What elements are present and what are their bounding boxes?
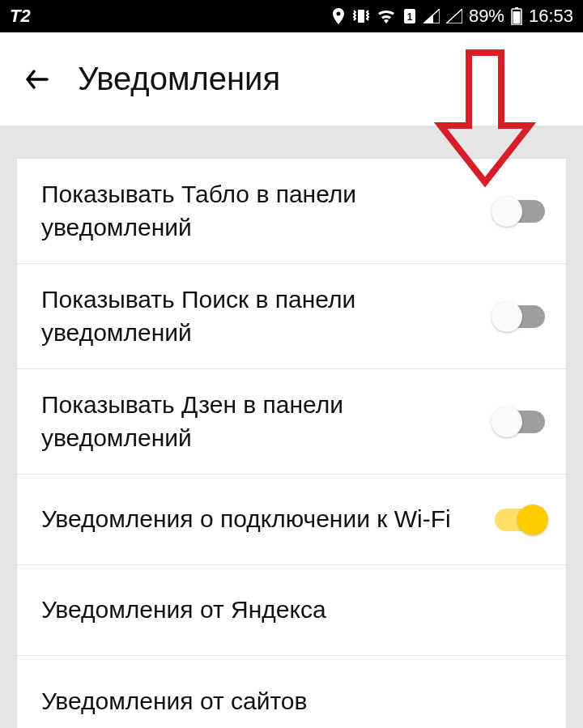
toggle-tablo[interactable] bbox=[495, 200, 545, 223]
setting-label: Уведомления о подключении к Wi-Fi bbox=[41, 503, 495, 536]
vibrate-icon bbox=[352, 8, 370, 24]
setting-label: Уведомления от Яндекса bbox=[41, 594, 545, 627]
sim-icon: 1 bbox=[402, 7, 417, 25]
setting-label: Уведомления от сайтов bbox=[41, 685, 545, 718]
svg-text:1: 1 bbox=[407, 11, 413, 23]
setting-row-wifi[interactable]: Уведомления о подключении к Wi-Fi bbox=[17, 475, 566, 565]
settings-card: Показывать Табло в панели уведомлений По… bbox=[16, 158, 567, 728]
status-bar: T2 1 89% 16:53 bbox=[0, 0, 583, 32]
status-time: 16:53 bbox=[529, 6, 573, 27]
status-carrier: T2 bbox=[10, 6, 31, 27]
toggle-search[interactable] bbox=[495, 305, 545, 328]
toggle-wifi[interactable] bbox=[495, 509, 545, 531]
signal-icon-2 bbox=[446, 9, 462, 23]
setting-row-sites[interactable]: Уведомления от сайтов bbox=[17, 656, 566, 728]
setting-row-yandex[interactable]: Уведомления от Яндекса bbox=[17, 565, 566, 656]
svg-rect-0 bbox=[358, 10, 364, 23]
setting-row-search[interactable]: Показывать Поиск в панели уведомлений bbox=[17, 264, 566, 369]
setting-label: Показывать Поиск в панели уведомлений bbox=[41, 283, 495, 349]
content-area: Показывать Табло в панели уведомлений По… bbox=[0, 126, 583, 728]
app-header: Уведомления bbox=[0, 32, 583, 126]
setting-label: Показывать Табло в панели уведомлений bbox=[41, 178, 495, 244]
battery-icon bbox=[511, 7, 522, 25]
arrow-left-icon bbox=[23, 65, 52, 94]
signal-icon-1 bbox=[423, 9, 440, 23]
toggle-zen[interactable] bbox=[495, 411, 545, 433]
location-icon bbox=[331, 8, 346, 24]
setting-row-zen[interactable]: Показывать Дзен в панели уведомлений bbox=[17, 369, 566, 475]
setting-label: Показывать Дзен в панели уведомлений bbox=[41, 389, 495, 454]
back-button[interactable] bbox=[23, 65, 52, 94]
page-title: Уведомления bbox=[78, 61, 280, 97]
battery-percent: 89% bbox=[469, 6, 504, 27]
setting-row-tablo[interactable]: Показывать Табло в панели уведомлений bbox=[17, 159, 566, 264]
svg-rect-5 bbox=[513, 11, 520, 24]
wifi-icon bbox=[377, 9, 396, 23]
